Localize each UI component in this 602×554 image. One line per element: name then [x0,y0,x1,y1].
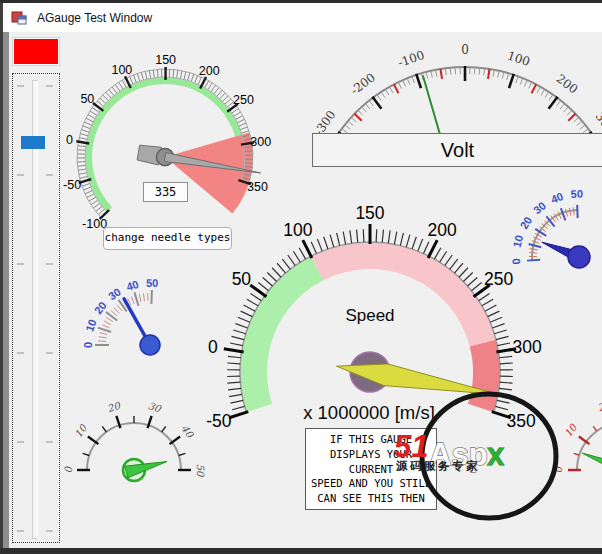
svg-text:10: 10 [510,234,525,249]
svg-text:200: 200 [428,220,457,240]
svg-text:-50: -50 [63,178,81,192]
svg-text:0: 0 [63,465,74,473]
svg-text:250: 250 [484,269,513,289]
svg-text:Asp: Asp [429,437,488,472]
svg-text:0: 0 [510,258,522,265]
svg-text:200: 200 [554,72,581,97]
watermark: 51Aspx源码服务专家 [0,0,602,554]
svg-text:50: 50 [570,188,583,200]
svg-text:0: 0 [553,465,564,473]
svg-text:10: 10 [83,318,98,333]
app-window: AGauge Test Window -100-5005010015020025… [0,0,602,554]
gauge-small-blue-left: 01020304050 [82,277,160,355]
vertical-trackbar[interactable] [12,73,60,543]
speed-gauge-title: Speed [320,306,420,326]
svg-text:40: 40 [549,190,565,206]
svg-text:100: 100 [283,220,312,240]
svg-text:20: 20 [597,399,602,414]
svg-text:30: 30 [531,199,548,216]
svg-text:40: 40 [179,423,196,441]
svg-text:50: 50 [195,464,206,478]
gauge-small-blue-right: 01020304050 [510,188,590,268]
form-icon [11,10,27,26]
window-border-bottom [0,548,602,554]
svg-text:50: 50 [146,277,159,289]
svg-text:40: 40 [125,278,140,293]
svg-text:200: 200 [199,64,220,78]
svg-text:50: 50 [80,92,94,106]
svg-text:300: 300 [250,135,271,149]
svg-text:150: 150 [155,53,176,67]
svg-text:0: 0 [66,133,73,147]
svg-text:0: 0 [82,342,94,348]
trackbar-ticks-left [17,85,24,533]
svg-text:30: 30 [106,286,123,303]
gauge-small-green: 01020304050 [63,400,206,481]
svg-text:10: 10 [563,421,580,439]
svg-text:x: x [487,437,505,472]
gauge-value-textbox[interactable]: 335 [143,182,188,202]
title-bar: AGauge Test Window [3,3,602,32]
svg-text:30: 30 [147,400,164,415]
svg-text:300: 300 [512,337,541,357]
svg-text:0: 0 [461,43,469,57]
trackbar-thumb[interactable] [21,136,45,149]
window-title: AGauge Test Window [37,11,152,25]
message-textbox[interactable]: IF THIS GAUGE DISPLAYS YOUR CURRENT SPEE… [305,428,437,510]
window-border-top [0,0,602,3]
svg-text:0: 0 [208,337,218,357]
gauge-needle-demo: -100-50050100150200250300350 [63,53,271,231]
svg-text:100: 100 [111,63,132,77]
change-needle-types-button[interactable]: change needle types [103,227,232,250]
gauge-small-red: 01020304050 [553,399,602,481]
gauges-canvas: -100-50050100150200250300350-300-200-100… [0,0,602,554]
svg-text:10: 10 [72,422,89,440]
svg-text:50: 50 [232,269,252,289]
speed-multiplier-label: x 1000000 [m/s] [288,402,450,424]
svg-text:100: 100 [506,49,532,69]
svg-text:350: 350 [247,180,268,194]
svg-text:150: 150 [355,203,384,223]
svg-text:350: 350 [507,411,536,431]
svg-text:250: 250 [233,93,254,107]
svg-text:-200: -200 [348,70,378,97]
window-edge-shade [3,32,9,548]
svg-text:20: 20 [518,214,535,231]
trackbar-ticks-right [46,85,53,533]
volt-caption-box: Volt [312,133,602,167]
svg-text:20: 20 [106,400,123,415]
svg-text:-50: -50 [206,411,232,431]
color-swatch-panel [13,38,59,65]
svg-text:20: 20 [92,299,109,316]
svg-text:-100: -100 [396,48,426,70]
